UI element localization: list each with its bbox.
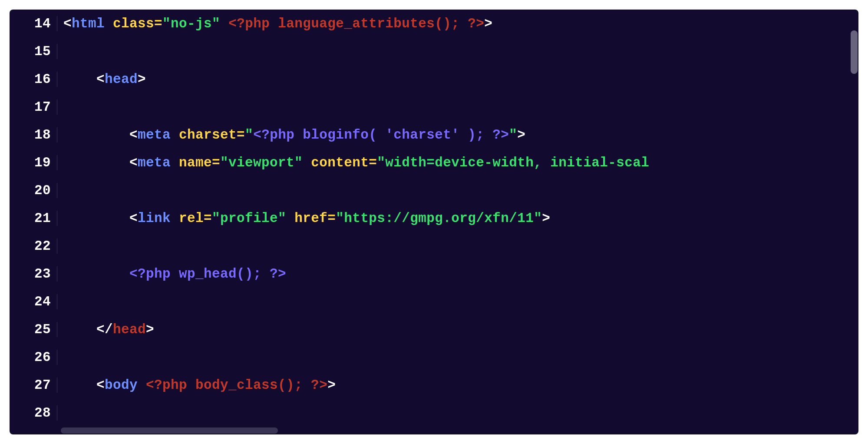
- token-punct: </: [96, 322, 113, 337]
- token-phpattr: <?php wp_head(); ?>: [129, 266, 286, 282]
- line-number: 27: [10, 378, 57, 393]
- token-punct: >: [542, 211, 550, 226]
- line-number: 16: [10, 72, 57, 87]
- app-frame: 14<html class="no-js" <?php language_att…: [0, 0, 868, 444]
- token-punct: <: [63, 16, 72, 31]
- code-content[interactable]: <body <?php body_class(); ?>>: [57, 378, 858, 393]
- code-line[interactable]: 14<html class="no-js" <?php language_att…: [10, 10, 858, 37]
- line-number: 15: [10, 44, 57, 59]
- code-content[interactable]: </head>: [57, 322, 858, 337]
- line-number: 28: [10, 405, 57, 421]
- code-line[interactable]: 19 <meta name="viewport" content="width=…: [10, 149, 858, 176]
- token-plain: [171, 211, 179, 226]
- token-tag: meta: [138, 155, 171, 170]
- code-content[interactable]: <meta charset="<?php bloginfo( 'charset'…: [57, 127, 858, 142]
- token-phpattr: <?php bloginfo( 'charset' ); ?>: [253, 127, 509, 142]
- code-line[interactable]: 23 <?php wp_head(); ?>: [10, 260, 858, 288]
- code-content[interactable]: <head>: [57, 72, 858, 87]
- code-content[interactable]: <meta name="viewport" content="width=dev…: [57, 155, 858, 170]
- vertical-scrollbar[interactable]: [851, 13, 858, 425]
- token-attr: class=: [113, 16, 162, 31]
- code-line[interactable]: 28: [10, 399, 858, 427]
- code-line[interactable]: 22: [10, 232, 858, 260]
- token-attr: name=: [179, 155, 220, 170]
- code-content[interactable]: <html class="no-js" <?php language_attri…: [57, 16, 858, 31]
- code-line[interactable]: 21 <link rel="profile" href="https://gmp…: [10, 204, 858, 232]
- token-str: "https://gmpg.org/xfn/11": [336, 211, 542, 226]
- code-line[interactable]: 16 <head>: [10, 65, 858, 93]
- code-line[interactable]: 24: [10, 288, 858, 315]
- code-editor[interactable]: 14<html class="no-js" <?php language_att…: [10, 10, 858, 434]
- code-line[interactable]: 18 <meta charset="<?php bloginfo( 'chars…: [10, 121, 858, 149]
- horizontal-scrollbar[interactable]: [61, 427, 849, 434]
- line-number: 26: [10, 350, 57, 365]
- line-number: 14: [10, 16, 57, 31]
- token-tag: head: [105, 72, 138, 87]
- code-line[interactable]: 25 </head>: [10, 315, 858, 343]
- token-str: "profile": [212, 211, 286, 226]
- token-punct: >: [517, 127, 525, 142]
- token-php: <?php body_class(); ?>: [146, 378, 327, 393]
- token-punct: <: [96, 72, 105, 87]
- token-plain: [138, 378, 146, 393]
- token-plain: [303, 155, 311, 170]
- token-plain: [171, 155, 179, 170]
- token-plain: [105, 16, 113, 31]
- line-number: 20: [10, 183, 57, 198]
- token-str: "viewport": [220, 155, 303, 170]
- token-tag: link: [138, 211, 171, 226]
- line-number: 19: [10, 155, 57, 170]
- token-plain: [286, 211, 294, 226]
- token-tag: html: [72, 16, 105, 31]
- token-tag: body: [105, 378, 138, 393]
- line-number: 23: [10, 266, 57, 282]
- code-line[interactable]: 27 <body <?php body_class(); ?>>: [10, 371, 858, 399]
- token-plain: [171, 127, 179, 142]
- token-str: "no-js": [162, 16, 220, 31]
- token-punct: <: [129, 155, 138, 170]
- horizontal-scrollbar-thumb[interactable]: [61, 427, 278, 434]
- vertical-scrollbar-thumb[interactable]: [851, 30, 858, 74]
- token-str: ": [509, 127, 517, 142]
- code-content[interactable]: <link rel="profile" href="https://gmpg.o…: [57, 211, 858, 226]
- token-punct: >: [327, 378, 336, 393]
- token-punct: >: [138, 72, 146, 87]
- token-str: ": [245, 127, 253, 142]
- code-line[interactable]: 26: [10, 343, 858, 371]
- token-punct: >: [146, 322, 154, 337]
- token-attr: href=: [294, 211, 336, 226]
- line-number: 21: [10, 211, 57, 226]
- token-attr: content=: [311, 155, 377, 170]
- code-content[interactable]: <?php wp_head(); ?>: [57, 266, 858, 282]
- line-number: 22: [10, 239, 57, 254]
- token-punct: <: [129, 127, 138, 142]
- token-attr: rel=: [179, 211, 212, 226]
- code-line[interactable]: 20: [10, 176, 858, 204]
- line-number: 17: [10, 99, 57, 115]
- token-punct: <: [96, 378, 105, 393]
- code-viewport[interactable]: 14<html class="no-js" <?php language_att…: [10, 10, 858, 427]
- token-punct: <: [129, 211, 138, 226]
- token-php: <?php language_attributes(); ?>: [228, 16, 484, 31]
- token-closetag: head: [113, 322, 146, 337]
- line-number: 24: [10, 294, 57, 309]
- line-number: 18: [10, 127, 57, 142]
- token-tag: meta: [138, 127, 171, 142]
- line-number: 25: [10, 322, 57, 337]
- token-attr: charset=: [179, 127, 245, 142]
- code-line[interactable]: 17: [10, 93, 858, 121]
- token-punct: >: [484, 16, 492, 31]
- token-str: "width=device-width, initial-scal: [377, 155, 649, 170]
- code-line[interactable]: 15: [10, 37, 858, 65]
- token-plain: [220, 16, 228, 31]
